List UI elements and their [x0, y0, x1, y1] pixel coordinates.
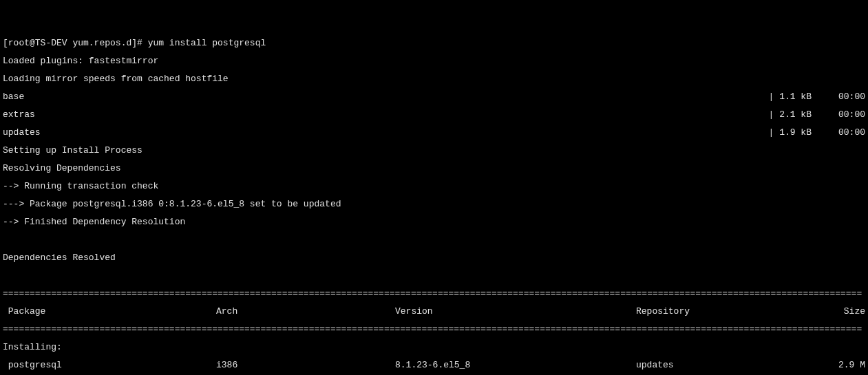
prompt-prefix: [root@TS-DEV yum.repos.d]#	[3, 38, 148, 48]
repo-name: extras	[3, 110, 35, 119]
output-line: --> Finished Dependency Resolution	[3, 217, 865, 226]
col-size: Size	[829, 307, 865, 316]
output-line: Loaded plugins: fastestmirror	[3, 56, 865, 65]
cell-repo: updates	[636, 361, 829, 369]
repo-row-updates: updates| 1.9 kB 00:00	[3, 128, 865, 137]
cell-arch: i386	[216, 361, 395, 369]
prompt-line-1: [root@TS-DEV yum.repos.d]# yum install p…	[3, 39, 865, 47]
command-text: yum install postgresql	[148, 38, 266, 48]
separator: ========================================…	[3, 325, 865, 334]
repo-row-extras: extras| 2.1 kB 00:00	[3, 110, 865, 119]
col-version: Version	[395, 307, 636, 316]
separator: ========================================…	[3, 289, 865, 298]
repo-stat: | 1.1 kB 00:00	[769, 92, 865, 101]
repo-row-base: base| 1.1 kB 00:00	[3, 92, 865, 101]
repo-name: updates	[3, 128, 41, 137]
repo-stat: | 2.1 kB 00:00	[769, 110, 865, 119]
output-line: ---> Package postgresql.i386 0:8.1.23-6.…	[3, 200, 865, 208]
table-header: Package Arch Version Repository Size	[3, 307, 865, 316]
repo-stat: | 1.9 kB 00:00	[769, 128, 865, 137]
blank-line	[3, 235, 865, 244]
col-arch: Arch	[216, 307, 395, 316]
col-repository: Repository	[636, 307, 829, 316]
col-package: Package	[3, 307, 216, 316]
output-line: Loading mirror speeds from cached hostfi…	[3, 74, 865, 83]
cell-version: 8.1.23-6.el5_8	[395, 361, 636, 369]
output-line: Dependencies Resolved	[3, 253, 865, 262]
output-line: Setting up Install Process	[3, 146, 865, 155]
output-line: Resolving Dependencies	[3, 164, 865, 173]
cell-size: 2.9 M	[829, 361, 865, 369]
output-line: --> Running transaction check	[3, 182, 865, 191]
cell-package: postgresql	[3, 361, 216, 369]
blank-line	[3, 271, 865, 280]
table-row: postgresql i386 8.1.23-6.el5_8 updates 2…	[3, 361, 865, 369]
section-installing: Installing:	[3, 343, 865, 352]
repo-name: base	[3, 92, 24, 101]
